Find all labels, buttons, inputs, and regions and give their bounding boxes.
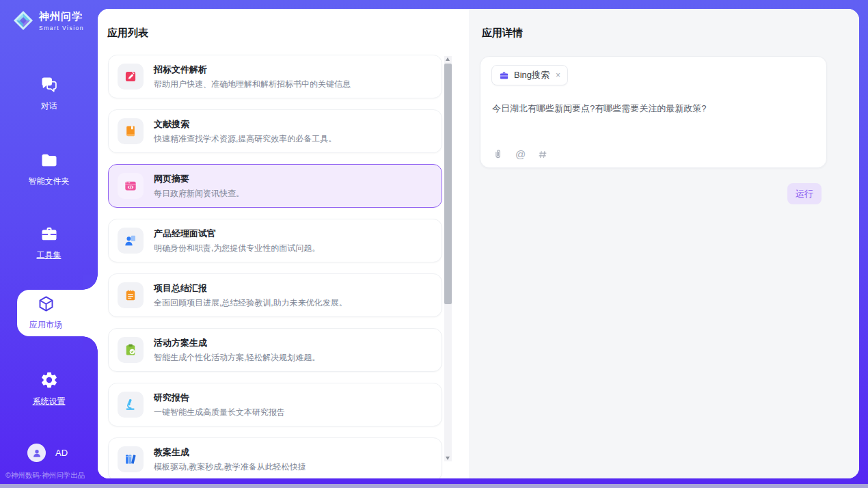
sidebar-item-app-market[interactable]: 应用市场 [17, 290, 98, 336]
app-description: 明确身份和职责,为您提供专业性的面试问题。 [154, 243, 320, 254]
app-card-list: 招标文件解析 帮助用户快速、准确地理解和解析招标书中的关键信息 文献搜索 [108, 55, 442, 478]
copyright-text: ©神州数码·神州问学出品 [5, 471, 98, 480]
books-icon [124, 452, 137, 466]
app-icon-tile [118, 446, 144, 472]
app-card-project-summary[interactable]: 项目总结汇报 全面回顾项目进展,总结经验教训,助力未来优化发展。 [108, 273, 442, 317]
toolbox-icon [40, 224, 59, 243]
user-initials: AD [55, 448, 68, 458]
brand-logo: 神州问学 Smart Vision [12, 10, 84, 31]
person-document-icon [124, 234, 137, 247]
composer-card: Bing搜索 × 今日湖北有哪些新闻要点?有哪些需要关注的最新政策? @ [480, 56, 827, 168]
window-bottom-edge [0, 484, 868, 488]
avatar [27, 444, 46, 462]
notepad-icon [124, 288, 137, 302]
app-card-pm-interviewer[interactable]: 产品经理面试官 明确身份和职责,为您提供专业性的面试问题。 [108, 219, 442, 262]
paperclip-icon [492, 148, 504, 160]
hash-button[interactable] [537, 149, 548, 160]
sidebar-item-label: 应用市场 [17, 319, 74, 331]
book-icon [124, 124, 137, 138]
content-shell: 应用列表 招标文件解析 帮助用户快速、准确地理解和解析招标书中的关键信息 [98, 9, 859, 478]
scrollbar[interactable] [444, 56, 452, 461]
app-name: 产品经理面试官 [154, 228, 320, 240]
app-name: 项目总结汇报 [154, 282, 347, 295]
app-description: 每日政府新闻资讯快查。 [154, 188, 244, 200]
mention-icon: @ [515, 148, 526, 160]
briefcase-icon [499, 70, 509, 81]
tool-chip-bing-search[interactable]: Bing搜索 × [491, 65, 568, 85]
sidebar-item-chat[interactable]: 对话 [0, 75, 98, 112]
app-icon-tile [118, 64, 144, 90]
document-edit-icon [124, 70, 137, 83]
scroll-thumb[interactable] [444, 64, 452, 304]
browser-code-icon [124, 179, 137, 193]
app-name: 招标文件解析 [154, 64, 351, 76]
app-name: 网页摘要 [154, 173, 244, 185]
app-description: 快速精准查找学术资源,提高研究效率的必备工具。 [154, 133, 336, 145]
sidebar: 神州问学 Smart Vision 对话 智能文件夹 工具集 [0, 0, 98, 488]
composer-toolbar: @ [492, 148, 548, 160]
mention-button[interactable]: @ [515, 148, 526, 160]
brand-gem-icon [12, 10, 34, 31]
clipboard-check-icon [124, 343, 137, 357]
sidebar-item-smart-folders[interactable]: 智能文件夹 [0, 150, 98, 187]
app-list-title: 应用列表 [107, 27, 148, 40]
app-icon-tile [118, 282, 144, 308]
sidebar-item-toolset[interactable]: 工具集 [0, 224, 98, 261]
app-card-web-summary[interactable]: 网页摘要 每日政府新闻资讯快查。 [108, 164, 442, 208]
app-card-research-report[interactable]: 研究报告 一键智能生成高质量长文本研究报告 [108, 383, 442, 426]
query-input[interactable]: 今日湖北有哪些新闻要点?有哪些需要关注的最新政策? [492, 103, 813, 115]
chip-remove-icon[interactable]: × [556, 70, 560, 80]
sidebar-item-label: 对话 [0, 100, 98, 112]
sidebar-item-label: 工具集 [0, 249, 98, 261]
person-icon [31, 448, 42, 459]
attach-file-button[interactable] [492, 148, 504, 160]
app-card-literature-search[interactable]: 文献搜索 快速精准查找学术资源,提高研究效率的必备工具。 [108, 109, 442, 153]
tool-chip-label: Bing搜索 [514, 69, 550, 81]
app-description: 帮助用户快速、准确地理解和解析招标书中的关键信息 [154, 79, 351, 90]
app-detail-panel: 应用详情 Bing搜索 × 今日湖北有哪些新闻要点?有哪些需要关注的最新政策? [469, 9, 859, 478]
app-icon-tile [118, 173, 144, 199]
app-name: 教案生成 [154, 446, 306, 459]
scroll-up-arrow-icon[interactable] [444, 56, 452, 63]
app-description: 全面回顾项目进展,总结经验教训,助力未来优化发展。 [154, 297, 347, 309]
brand-name: 神州问学 [39, 10, 84, 23]
app-detail-title: 应用详情 [482, 27, 523, 40]
app-icon-tile [118, 118, 144, 144]
app-card-bid-document-analysis[interactable]: 招标文件解析 帮助用户快速、准确地理解和解析招标书中的关键信息 [108, 55, 442, 98]
app-description: 一键智能生成高质量长文本研究报告 [154, 407, 285, 418]
hash-icon [537, 149, 548, 160]
app-icon-tile [118, 337, 144, 363]
app-card-event-plan-generation[interactable]: 活动方案生成 智能生成个性化活动方案,轻松解决规划难题。 [108, 328, 442, 372]
chat-bubbles-icon [40, 75, 59, 94]
sidebar-item-settings[interactable]: 系统设置 [0, 370, 98, 407]
cube-icon [37, 295, 55, 313]
app-description: 模板驱动,教案秒成,教学准备从此轻松快捷 [154, 461, 306, 473]
app-icon-tile [118, 228, 144, 254]
app-name: 文献搜索 [154, 118, 336, 131]
microscope-icon [124, 398, 137, 411]
brand-tagline: Smart Vision [39, 25, 84, 31]
folder-icon [40, 150, 59, 170]
app-name: 活动方案生成 [154, 337, 320, 349]
app-window: 神州问学 Smart Vision 对话 智能文件夹 工具集 [0, 0, 868, 488]
sidebar-item-label: 系统设置 [0, 396, 98, 407]
run-button[interactable]: 运行 [787, 183, 822, 204]
app-icon-tile [118, 392, 144, 418]
user-account[interactable]: AD [27, 444, 68, 462]
app-description: 智能生成个性化活动方案,轻松解决规划难题。 [154, 352, 320, 364]
scroll-down-arrow-icon[interactable] [444, 455, 452, 461]
gear-icon [40, 370, 59, 390]
sidebar-item-label: 智能文件夹 [0, 176, 98, 187]
app-list-panel: 应用列表 招标文件解析 帮助用户快速、准确地理解和解析招标书中的关键信息 [98, 9, 469, 478]
app-name: 研究报告 [154, 392, 285, 404]
app-card-lesson-plan-generation[interactable]: 教案生成 模板驱动,教案秒成,教学准备从此轻松快捷 [108, 437, 442, 478]
